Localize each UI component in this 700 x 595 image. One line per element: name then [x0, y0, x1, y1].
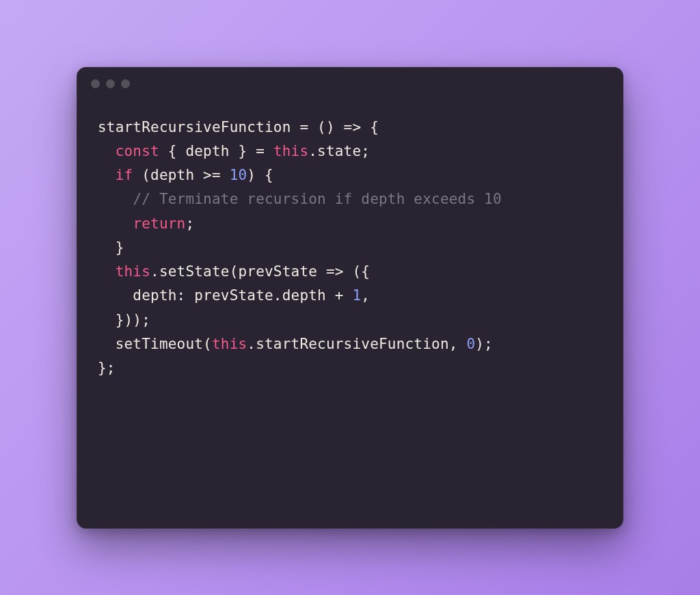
code-token: };: [98, 360, 116, 376]
code-line: if (depth >= 10) {: [98, 163, 602, 187]
window-control-close-icon[interactable]: [91, 79, 100, 88]
code-token: this: [273, 143, 308, 159]
code-token: this: [116, 263, 150, 280]
code-token: ;: [185, 215, 194, 232]
code-window: startRecursiveFunction = () => { const {…: [77, 67, 623, 529]
code-token: [98, 263, 116, 280]
code-token: ({: [344, 263, 371, 280]
code-token: [98, 191, 133, 207]
code-token: if: [116, 167, 133, 183]
code-token: .state;: [308, 143, 370, 159]
code-block: startRecursiveFunction = () => { const {…: [77, 101, 623, 401]
window-control-zoom-icon[interactable]: [121, 79, 130, 88]
code-line: this.setState(prevState => ({: [98, 260, 602, 284]
code-line: }: [98, 236, 602, 260]
window-control-minimize-icon[interactable]: [106, 79, 115, 88]
code-token: depth: prevState.depth +: [98, 287, 352, 304]
code-token: // Terminate recursion if depth exceeds …: [133, 191, 501, 207]
code-token: { depth } =: [159, 143, 273, 159]
code-line: setTimeout(this.startRecursiveFunction, …: [98, 332, 602, 356]
code-line: const { depth } = this.state;: [98, 140, 602, 163]
code-token: {: [361, 119, 379, 135]
code-line: };: [98, 356, 602, 380]
code-token: [98, 215, 133, 232]
code-token: [98, 167, 116, 183]
code-token: }: [98, 239, 124, 256]
code-token: =>: [326, 263, 344, 280]
code-token: .setState(prevState: [150, 263, 326, 280]
code-token: );: [475, 336, 493, 352]
code-line: // Terminate recursion if depth exceeds …: [98, 187, 602, 211]
code-token: 1: [352, 287, 361, 304]
code-token: .startRecursiveFunction,: [247, 336, 466, 352]
window-titlebar: [77, 68, 623, 101]
code-token: }));: [98, 312, 150, 328]
code-token: startRecursiveFunction = (): [98, 119, 344, 135]
code-line: startRecursiveFunction = () => {: [98, 116, 602, 140]
code-token: setTimeout(: [98, 336, 212, 352]
code-line: }));: [98, 308, 602, 332]
code-token: 10: [230, 167, 247, 183]
code-line: depth: prevState.depth + 1,: [98, 284, 602, 308]
code-line: return;: [98, 212, 602, 236]
code-token: (depth >=: [133, 167, 229, 183]
code-token: const: [116, 143, 159, 159]
code-token: [98, 143, 116, 159]
code-token: 0: [466, 336, 475, 352]
code-token: ,: [361, 287, 370, 304]
code-token: ) {: [247, 167, 273, 183]
code-token: return: [133, 215, 185, 232]
code-token: this: [212, 336, 247, 352]
code-token: =>: [344, 119, 362, 135]
